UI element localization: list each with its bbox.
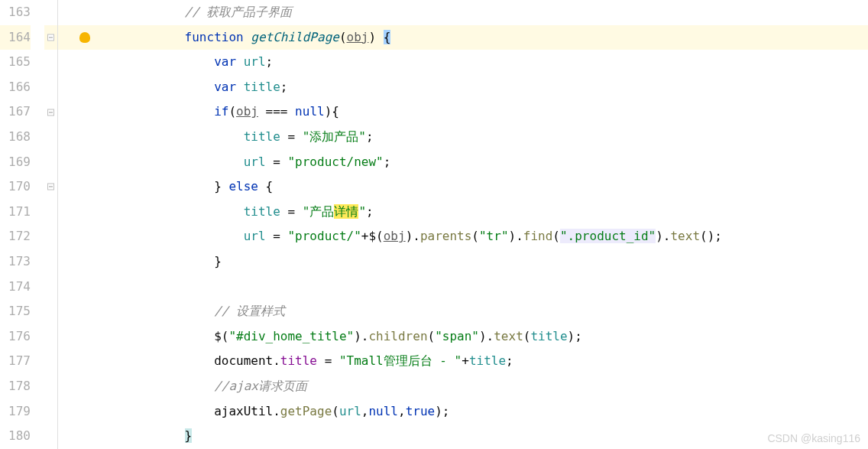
fold-toggle-icon[interactable] [47,184,54,190]
string-literal: "span" [435,329,479,343]
code-line[interactable]: // 获取产品子界面 [96,0,868,25]
code-line[interactable]: if(obj === null){ [96,99,868,125]
search-highlight: 详情 [334,204,358,219]
icon-column [58,0,96,449]
parameter: obj [236,104,258,119]
keyword-true: true [406,404,436,418]
method-call: text [670,229,700,243]
method-call: text [494,329,523,343]
code-line[interactable]: var title; [96,75,868,100]
code-line[interactable]: function getChildPage(obj) { [96,25,868,50]
cursor-position: { [384,30,391,44]
line-number[interactable]: 174 [0,275,31,300]
identifier: url [244,54,266,69]
line-number[interactable]: 172 [0,224,31,249]
line-number[interactable]: 178 [0,374,31,399]
identifier: title [244,80,280,94]
code-line[interactable]: ajaxUtil.getPage(url,null,true); [96,399,868,425]
string-literal: "product/new" [287,155,383,169]
line-number[interactable]: 179 [0,399,31,425]
string-literal: "添加产品" [303,129,366,144]
comment: // 设置样式 [214,304,285,318]
code-line[interactable]: // 设置样式 [96,299,868,324]
code-line[interactable]: } [96,249,868,275]
method-call: children [368,329,427,343]
code-area[interactable]: // 获取产品子界面 function getChildPage(obj) { … [96,0,868,449]
line-number[interactable]: 167 [0,99,31,125]
matching-brace: } [185,428,193,443]
code-line[interactable]: $("#div_home_title").children("span").te… [96,324,868,350]
code-line[interactable]: url = "product/"+$(obj).parents("tr").fi… [96,224,868,249]
keyword-else: else [228,179,258,194]
code-line[interactable]: } [96,424,868,449]
fold-toggle-icon[interactable] [47,109,54,116]
string-literal: "#div_home_title" [228,329,354,343]
code-line[interactable]: title = "产品详情"; [96,200,868,225]
code-line[interactable]: document.title = "Tmall管理后台 - "+title; [96,349,868,374]
comment: // 获取产品子界面 [185,5,293,19]
fold-toggle-icon[interactable] [47,34,54,41]
line-number-column: 163 164 165 166 167 168 169 170 171 172 … [0,0,44,449]
line-number[interactable]: 173 [0,249,31,275]
keyword-if: if [214,104,228,119]
identifier: title [469,353,506,368]
line-number[interactable]: 168 [0,125,31,150]
identifier: document [214,353,273,368]
string-literal: "产品 [303,204,335,219]
gutter: 163 164 165 166 167 168 169 170 171 172 … [0,0,96,449]
lightbulb-icon[interactable] [79,32,90,43]
property: title [280,353,317,368]
keyword-var: var [214,80,236,94]
code-line[interactable]: var url; [96,50,868,75]
method-call: find [523,229,553,243]
code-editor: 163 164 165 166 167 168 169 170 171 172 … [0,0,868,449]
identifier: url [339,404,361,418]
line-number[interactable]: 170 [0,174,31,200]
function-name: getChildPage [251,30,339,44]
identifier: title [244,129,280,144]
line-number[interactable]: 177 [0,349,31,374]
comment: //ajax请求页面 [214,379,307,393]
code-line[interactable] [96,275,868,300]
line-number[interactable]: 164 [0,25,31,50]
identifier: title [530,329,567,343]
identifier: url [244,229,266,243]
line-number[interactable]: 180 [0,424,31,449]
parameter: obj [347,30,369,44]
keyword-null: null [295,104,325,119]
fold-column [44,0,58,449]
string-literal: ".product_id" [560,229,656,243]
line-number[interactable]: 166 [0,75,31,100]
code-line[interactable]: } else { [96,174,868,200]
method-call: parents [420,229,471,243]
line-number[interactable]: 171 [0,200,31,225]
line-number[interactable]: 169 [0,150,31,175]
code-line[interactable]: title = "添加产品"; [96,125,868,150]
string-literal: "tr" [479,229,509,243]
parameter: obj [384,229,406,243]
string-literal: "product/" [287,229,361,243]
keyword-function: function [185,30,244,44]
method-call: getPage [280,404,332,418]
string-literal: "Tmall管理后台 - " [339,353,462,368]
watermark: CSDN @kasing116 [767,432,860,444]
code-line[interactable]: url = "product/new"; [96,150,868,175]
line-number[interactable]: 165 [0,50,31,75]
keyword-null: null [368,404,398,418]
line-number[interactable]: 163 [0,0,31,25]
identifier: title [244,204,280,219]
identifier: ajaxUtil [214,404,273,418]
line-number[interactable]: 175 [0,299,31,324]
identifier: url [244,155,266,169]
keyword-var: var [214,54,236,69]
code-line[interactable]: //ajax请求页面 [96,374,868,399]
line-number[interactable]: 176 [0,324,31,350]
